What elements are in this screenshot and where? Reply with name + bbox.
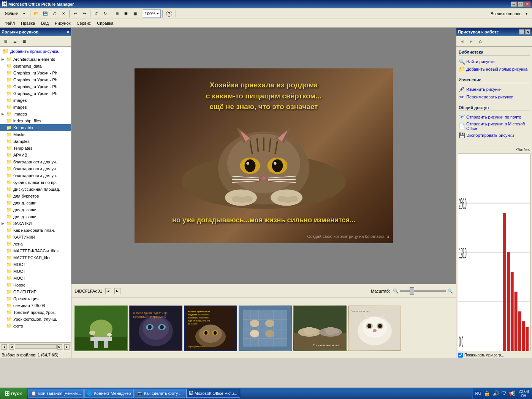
thumbnail-1[interactable] [74,306,128,351]
tree-prev-btn[interactable]: ◄ [2,344,7,350]
prev-image-btn[interactable]: ◄ [105,288,111,294]
delete-button[interactable]: ✕ [59,10,68,18]
tree-item-novoe[interactable]: 📁Новое [0,282,71,288]
taskbar-item-konnekt[interactable]: 🌐 Коннект Менеджер [84,389,133,398]
export-link[interactable]: 💾 Экспортировать рисунки [459,131,530,139]
add-shortcut-link[interactable]: 📁 Добавить ярлык рисунка... [0,47,71,56]
tree-item-seminar[interactable]: 📁семинар 7.05.08 [0,302,71,309]
menu-file[interactable]: Файл [2,20,18,26]
email-link[interactable]: 📧 Отправить рисунки по почте [459,113,530,121]
minimize-button[interactable]: ─ [511,2,517,7]
tree-item-present[interactable]: 📁Презентация [0,295,71,302]
tree-item-dlya_sasha2[interactable]: 📁для д. саши [0,206,71,213]
tree-item-most2[interactable]: 📁МОСТ [0,268,71,275]
view-thumbnails-btn[interactable]: ▦ [131,10,139,18]
tree-next-btn[interactable]: ► [64,344,70,350]
tree-item-lena[interactable]: 📁лена [0,241,71,247]
tree-item-foto[interactable]: 📁фото [0,323,71,329]
next-image-btn[interactable]: ► [114,288,120,294]
thumbnails-strip[interactable]: В мире такой гадости не встретишь ни гра… [71,298,456,358]
tree-item-graphics2[interactable]: 📁Graphics_ru Уроки - Ph [0,76,71,83]
tree-item-most3[interactable]: 📁МОСТ [0,275,71,282]
taskbar-item-kak-sdelat[interactable]: 📷 Как сделать фоту ... [135,389,185,398]
rename-pictures-link[interactable]: ✏ Переименовать рисунки [459,93,530,101]
tree-item-deafnews[interactable]: 📁deafnews_data [0,63,71,70]
maximize-button[interactable]: □ [518,2,524,7]
tree-item-dlya_sasha3[interactable]: 📁для д. саши [0,213,71,220]
rotate-right-button[interactable]: ↻ [101,10,109,18]
tree-item-dlya_sasha1[interactable]: 📁для д. саши [0,200,71,206]
zoom-dropdown[interactable]: 100% ▾ [143,10,161,18]
view-icons-btn[interactable]: ⊞ [113,10,121,18]
thumbnail-2[interactable]: В мире такой гадости не встретишь ни гра… [129,306,182,351]
taskbar-item-moi-zadania[interactable]: 📋 мои задания [Режим... [28,389,84,398]
close-button[interactable]: ✕ [524,2,530,7]
rotate-left-button[interactable]: ↺ [92,10,100,18]
tree-item-masterskaya[interactable]: 📁МАСТЕРСКАЯ_files [0,254,71,261]
graph-checkbox-label[interactable]: Показывать при загр... [464,353,504,357]
thumbnail-5[interactable]: 2-х уровневая защита. [293,306,347,351]
menu-view[interactable]: Вид [38,20,52,26]
tree-item-most1[interactable]: 📁МОСТ [0,261,71,268]
tree-item-dlya_bukl[interactable]: 📁для буклетов [0,193,71,200]
tree-item-disk[interactable]: 📁Дискуссионная площад. [0,186,71,193]
tree-list-btn[interactable]: ☰ [11,37,19,46]
tree-item-graphics3[interactable]: 📁Graphics_ru Уроки - Ph [0,83,71,90]
tree-detail-btn[interactable]: ▦ [20,37,28,46]
tree-item-buklet[interactable]: 📁буклет, плакаты по пр. [0,179,71,186]
undo-button[interactable]: ↩ [71,10,79,18]
tree-item-graphics4[interactable]: 📁Graphics_ru Уроки - Ph [0,90,71,97]
tree-item-blag2[interactable]: 📁благодарности для уч. [0,165,71,172]
start-button[interactable]: ⊞ пуск [0,388,27,399]
save-button[interactable]: 💾 [41,10,49,18]
tree-item-graphics1[interactable]: 📁Graphics_ru Уроки - Ph [0,70,71,76]
graph-checkbox-container[interactable]: Показывать при загр... [456,352,532,358]
view-details-btn[interactable]: ☰ [122,10,130,18]
shortcuts-dropdown[interactable]: Ярлыки... ▾ [2,10,28,18]
thumbnail-4[interactable] [239,306,292,351]
nav-home-btn[interactable]: ⌂ [476,37,484,46]
tree-item-zakachki[interactable]: ▶📁ЗАКАЧКИ [0,220,71,227]
help-button[interactable]: ? [164,10,174,18]
add-shortcut-right-link[interactable]: 📁 Добавить новый ярлык рисунка [459,65,530,73]
tree-item-kotomatrix[interactable]: 📁Kotomatrix [0,124,71,131]
print-button[interactable]: 🖨 [50,10,59,18]
tree-item-samples[interactable]: 📁Samples [0,138,71,145]
tree-item-kartinki[interactable]: 📁КАРТИНКИ [0,234,71,241]
open-button[interactable]: 📂 [32,10,40,18]
menu-service[interactable]: Сервис [74,20,94,26]
edit-pictures-link[interactable]: 🖊 Изменить рисунки [459,86,530,93]
tree-item-templates[interactable]: 📁Templates [0,145,71,152]
panel-close-icon[interactable]: ✕ [66,30,70,35]
scroll-right-btn[interactable]: ► [57,344,62,350]
tree-item-Images3[interactable]: ▶📁Images [0,111,71,117]
tree-item-kak_narisovat[interactable]: 📁Как нарисовать план. [0,227,71,234]
redo-button[interactable]: ↪ [80,10,89,18]
tree-item-blag3[interactable]: 📁благодарности для уч. [0,172,71,179]
taskbar-item-ms-picture[interactable]: 🖼 Microsoft Office Pictu... [186,389,240,398]
tree-view-btn[interactable]: ⊞ [2,37,10,46]
right-panel-minimize[interactable]: ─ [519,29,524,35]
tree-item-index[interactable]: 📁index.php_files [0,117,71,124]
tree-item-images1[interactable]: 📁images [0,97,71,104]
menu-edit[interactable]: Правка [18,20,38,26]
tree-item-urok[interactable]: 📁Урок фотошоп. Улучш. [0,316,71,323]
tree-item-masks[interactable]: 📁Masks [0,131,71,138]
tree-item-master_files[interactable]: 📁МАСТЕР-КЛАССы_files [0,247,71,254]
nav-fwd-btn[interactable]: ► [467,37,475,46]
nav-back-btn[interactable]: ◄ [458,37,466,46]
menu-help[interactable]: Справка [94,20,116,26]
tree-item-tolsty[interactable]: 📁Толстый провод Урок. [0,309,71,316]
thumbnail-6[interactable]: Приши шесть ты… [348,306,401,351]
tree-item-arhiv[interactable]: 📁АРХИВ [0,152,71,158]
thumbnail-3[interactable]: Хозяйка приехала из роддома с каким-то п… [184,306,237,351]
tree-item-arch[interactable]: ▶📁Architectural Elements [0,56,71,63]
file-tree[interactable]: ▶📁Architectural Elements 📁deafnews_data … [0,56,71,342]
tree-item-orient[interactable]: 📁ОРИЕНТИР [0,288,71,295]
tree-item-images2[interactable]: 📁images [0,104,71,111]
search-arrow[interactable]: ▾ [522,10,530,18]
menu-picture[interactable]: Рисунок [52,20,74,26]
zoom-slider[interactable] [400,290,446,292]
scroll-left-btn[interactable]: ◄ [10,344,14,350]
graph-checkbox-input[interactable] [458,353,463,358]
